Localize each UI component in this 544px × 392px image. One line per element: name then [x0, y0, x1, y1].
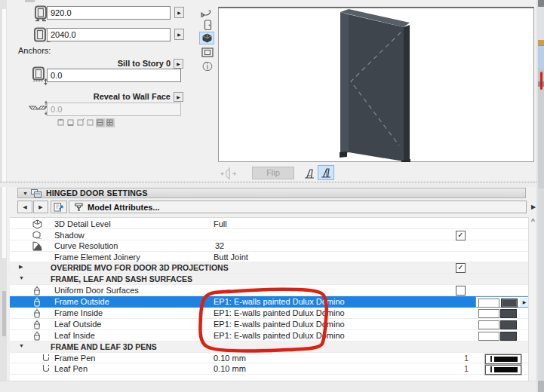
- collapse-icon[interactable]: ▼: [23, 191, 28, 196]
- sill-anchor-icon: [32, 66, 48, 86]
- row-label: Uniform Door Surfaces: [54, 286, 139, 295]
- surface-swatch-light[interactable]: [478, 332, 499, 341]
- table-row-3d-detail-level[interactable]: 3D Detail Level Full: [10, 219, 528, 229]
- table-group-frame-leaf-sash-surfaces[interactable]: ▼ FRAME, LEAF AND SASH SURFACES: [10, 274, 528, 285]
- row-value: 0.10 mm: [214, 354, 246, 363]
- settings-panels-icon: [31, 189, 41, 198]
- settings-header-title: HINGED DOOR SETTINGS: [46, 188, 148, 198]
- hinged-door-settings-dialog: ▶ ▶ Anchors: Sill to Story 0 ▶ Reveal to…: [0, 0, 544, 392]
- row-label: Frame Inside: [54, 308, 103, 317]
- anchor-toggle-1[interactable]: [57, 118, 66, 127]
- reveal-anchor-flyout-button[interactable]: ▶: [174, 92, 183, 102]
- row-label: Leaf Outside: [54, 320, 101, 329]
- row-label: Shadow: [54, 231, 85, 240]
- paint-bucket-icon: [32, 286, 42, 296]
- table-group-frame-and-leaf-3d-pens[interactable]: ▼ FRAME AND LEAF 3D PENS: [10, 341, 528, 353]
- sill-value-input[interactable]: [47, 69, 181, 82]
- right-window-edge: [536, 0, 544, 392]
- plan-view-icon[interactable]: [200, 7, 214, 18]
- anchor-toggle-2[interactable]: [66, 118, 75, 127]
- surface-swatch-light[interactable]: [478, 299, 499, 308]
- table-row-frame-outside[interactable]: Frame Outside EP1: E-walls painted Dulux…: [10, 296, 528, 308]
- anchor-toggle-3[interactable]: [76, 118, 85, 127]
- sill-anchor-label: Sill to Story 0: [75, 59, 171, 68]
- row-label: Frame Element Joinery: [54, 253, 140, 262]
- surface-swatch-dark[interactable]: [500, 332, 517, 341]
- row-label: Leaf Inside: [54, 331, 95, 340]
- table-row-shadow[interactable]: Shadow ✓: [10, 230, 528, 240]
- paint-bucket-icon: [32, 308, 42, 318]
- reveal-anchor-icon: [28, 100, 49, 117]
- shadow-checkbox[interactable]: ✓: [456, 231, 466, 240]
- dialog-bottom-strip: [0, 381, 544, 392]
- left-scrollbar-sliver: [2, 291, 6, 336]
- arc-icon: [32, 241, 42, 251]
- surface-swatch-light[interactable]: [478, 320, 499, 329]
- door-height-flyout-button[interactable]: ▶: [174, 29, 184, 40]
- collapse-right-icon[interactable]: ▶: [19, 264, 23, 270]
- door-height-input[interactable]: [47, 28, 171, 41]
- table-row-frame-element-joinery[interactable]: Frame Element Joinery Butt Joint: [10, 252, 528, 262]
- surface-swatch-dark[interactable]: [500, 320, 517, 329]
- flip-button: Flip: [252, 167, 294, 179]
- model-attributes-tab[interactable]: Model Attributes...: [69, 201, 527, 213]
- row-value: EP1: E-walls painted Dulux Domino: [214, 320, 345, 329]
- door-width-input[interactable]: [47, 6, 171, 20]
- pen-number: 1: [440, 354, 469, 363]
- door-swing-selected-icon[interactable]: [318, 165, 334, 180]
- table-row-leaf-outside[interactable]: Leaf Outside EP1: E-walls painted Dulux …: [10, 319, 528, 330]
- preview-frame-icon[interactable]: [201, 47, 214, 57]
- row-label: 3D Detail Level: [54, 219, 111, 228]
- model-attributes-label: Model Attributes...: [88, 203, 160, 212]
- info-icon[interactable]: ⓘ: [201, 61, 214, 73]
- pen-icon: [41, 364, 51, 374]
- row-label: Curve Resolution: [54, 241, 118, 250]
- collapse-down-icon[interactable]: ▼: [19, 275, 24, 280]
- table-row-frame-inside[interactable]: Frame Inside EP1: E-walls painted Dulux …: [10, 308, 528, 319]
- table-row-frame-pen[interactable]: Frame Pen 0.10 mm 1: [10, 353, 528, 363]
- pen-icon: [41, 354, 51, 363]
- door-width-flyout-button[interactable]: ▶: [174, 7, 184, 18]
- table-group-override-mvo[interactable]: ▶ OVERRIDE MVO FOR DOOR 3D PROJECTIONS ✓: [10, 262, 528, 274]
- sill-anchor-flyout-button[interactable]: ▶: [174, 59, 183, 69]
- collapse-down-icon[interactable]: ▼: [19, 343, 24, 348]
- row-label: Frame Pen: [54, 354, 95, 363]
- table-row-curve-resolution[interactable]: Curve Resolution 32: [10, 240, 528, 252]
- settings-table: 3D Detail Level Full Shadow ✓ Curve Reso…: [10, 217, 528, 381]
- override-mvo-checkbox[interactable]: ✓: [456, 263, 466, 273]
- next-panel-button[interactable]: ▶: [33, 201, 48, 213]
- table-row-leaf-inside[interactable]: Leaf Inside EP1: E-walls painted Dulux D…: [10, 330, 528, 341]
- anchor-toggle-6[interactable]: [106, 118, 115, 127]
- transfer-settings-button[interactable]: [51, 201, 67, 213]
- row-value: EP1: E-walls painted Dulux Domino: [214, 331, 345, 340]
- 3d-view-icon[interactable]: [199, 32, 214, 44]
- panel-splitter[interactable]: [0, 182, 544, 187]
- pen-preview-control[interactable]: [485, 365, 521, 375]
- door-swing-option-icon[interactable]: [303, 167, 316, 180]
- anchors-label: Anchors:: [18, 46, 51, 55]
- reveal-value-input: [47, 103, 181, 116]
- anchor-toggle-5[interactable]: [96, 118, 105, 127]
- prev-panel-button[interactable]: ◀: [17, 201, 32, 213]
- paint-bucket-icon: [32, 331, 42, 341]
- surface-swatch-dark[interactable]: [501, 299, 518, 308]
- group-label: FRAME, LEAF AND SASH SURFACES: [51, 274, 192, 283]
- row-value: Full: [214, 219, 227, 228]
- anchor-toggle-4[interactable]: [86, 118, 95, 127]
- red-edge-annotation: [540, 72, 542, 90]
- row-value: EP1: E-walls painted Dulux Domino: [214, 308, 345, 317]
- door-3d-preview[interactable]: [218, 7, 534, 162]
- elevation-view-icon[interactable]: [204, 20, 212, 31]
- table-row-uniform-door-surfaces[interactable]: Uniform Door Surfaces: [10, 285, 528, 296]
- uniform-door-surfaces-checkbox[interactable]: [456, 286, 466, 296]
- table-row-leaf-pen[interactable]: Leaf Pen 0.10 mm 1: [10, 363, 528, 375]
- shadow-icon: [32, 231, 42, 240]
- settings-header-bar[interactable]: ▼ HINGED DOOR SETTINGS: [17, 188, 526, 198]
- brush-icon: [74, 203, 84, 212]
- surface-swatch-dark[interactable]: [500, 309, 517, 318]
- surface-swatch-light[interactable]: [478, 309, 499, 318]
- row-value: 32: [215, 241, 224, 250]
- pen-number: 1: [440, 364, 469, 373]
- flip-mirror-icon: [220, 167, 240, 181]
- group-label: FRAME AND LEAF 3D PENS: [51, 342, 157, 351]
